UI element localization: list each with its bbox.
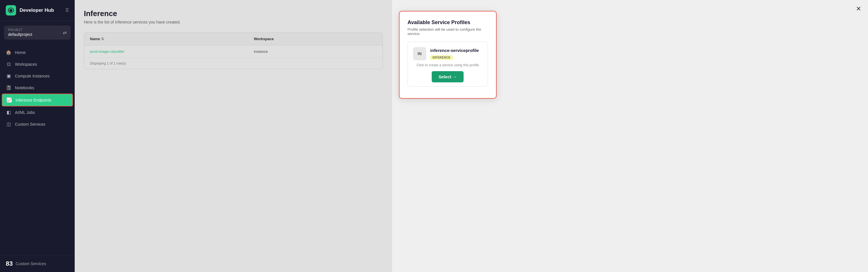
footer-counter: 83 [6, 260, 13, 267]
sidebar-item-label: Custom Services [15, 122, 45, 127]
sidebar-item-workspaces[interactable]: ⊡ Workspaces [0, 58, 75, 70]
table-footer: Displaying 1 of 1 row(s) [84, 58, 382, 69]
col-workspace-label: Workspace [254, 37, 274, 41]
table-row: prod-image-classifier instance [84, 45, 382, 58]
dialog-title: Available Service Profiles [408, 20, 488, 26]
sidebar-item-label: AI/ML Jobs [15, 110, 35, 115]
select-profile-button[interactable]: Select → [432, 71, 464, 82]
aiml-icon: ◧ [6, 110, 11, 115]
profile-avatar: IN [413, 47, 426, 60]
sidebar-item-custom[interactable]: ◫ Custom Services [0, 118, 75, 130]
content-area: Inference Here is the list of Inference … [75, 0, 868, 272]
page-subtitle: Here is the list of Inference services y… [84, 20, 383, 24]
dialog-wrapper: Available Service Profiles Profile selec… [392, 0, 868, 107]
profile-description: Click to create a service using this pro… [413, 63, 483, 67]
logo-icon [6, 5, 16, 15]
project-label: PROJECT [8, 28, 32, 32]
sidebar-item-notebooks[interactable]: 📓 Notebooks [0, 82, 75, 94]
col-name: Name ⇅ [90, 37, 254, 41]
notebooks-icon: 📓 [6, 85, 11, 90]
inference-table: Name ⇅ Workspace prod-image-classifier i… [84, 32, 383, 69]
profile-card: IN inference-serviceprofile INFERENCE Cl… [408, 42, 488, 87]
sidebar-item-label: Inference Endpoints [16, 98, 52, 102]
sidebar-item-inference[interactable]: 📈 Inference Endpoints [2, 94, 73, 106]
sidebar-item-label: Workspaces [15, 62, 37, 67]
project-name: defaultproject [8, 32, 32, 37]
sidebar-item-aiml[interactable]: ◧ AI/ML Jobs [0, 106, 75, 118]
sidebar-footer: 83 Custom Services [0, 255, 75, 272]
row-workspace: instance [254, 49, 377, 54]
custom-icon: ◫ [6, 122, 11, 127]
nav-menu: 🏠 Home ⊡ Workspaces ▣ Compute Instances … [0, 44, 75, 255]
close-button[interactable]: ✕ [856, 5, 861, 13]
col-name-label: Name [90, 37, 100, 41]
inference-icon: 📈 [6, 97, 12, 103]
sidebar: Developer Hub ⠿ PROJECT defaultproject ⇄… [0, 0, 75, 272]
grid-icon[interactable]: ⠿ [65, 7, 69, 13]
compute-icon: ▣ [6, 73, 11, 79]
col-workspace: Workspace [254, 37, 377, 41]
right-side: ✕ Available Service Profiles Profile sel… [392, 0, 868, 272]
profile-header: IN inference-serviceprofile INFERENCE [413, 47, 483, 60]
logo: Developer Hub [6, 5, 54, 15]
sidebar-item-compute[interactable]: ▣ Compute Instances [0, 70, 75, 82]
footer-text: Custom Services [16, 261, 46, 266]
row-name[interactable]: prod-image-classifier [90, 49, 254, 54]
home-icon: 🏠 [6, 49, 11, 55]
dialog-subtitle: Profile selection will be used to config… [408, 27, 488, 36]
profile-badge: INFERENCE [430, 55, 453, 60]
logo-text: Developer Hub [20, 7, 54, 13]
table-header: Name ⇅ Workspace [84, 33, 382, 45]
sidebar-item-label: Home [15, 50, 26, 55]
sidebar-item-home[interactable]: 🏠 Home [0, 46, 75, 58]
sidebar-item-label: Compute Instances [15, 74, 50, 78]
profile-name: inference-serviceprofile [430, 48, 479, 53]
service-profiles-dialog: Available Service Profiles Profile selec… [399, 11, 497, 99]
sidebar-header: Developer Hub ⠿ [0, 0, 75, 21]
page-title: Inference [84, 9, 383, 18]
svg-marker-1 [9, 9, 12, 12]
left-page: Inference Here is the list of Inference … [75, 0, 392, 272]
sort-icon: ⇅ [101, 37, 104, 41]
swap-icon: ⇄ [63, 30, 67, 35]
sidebar-item-label: Notebooks [15, 86, 34, 90]
project-selector[interactable]: PROJECT defaultproject ⇄ [4, 26, 71, 40]
workspaces-icon: ⊡ [6, 61, 11, 67]
